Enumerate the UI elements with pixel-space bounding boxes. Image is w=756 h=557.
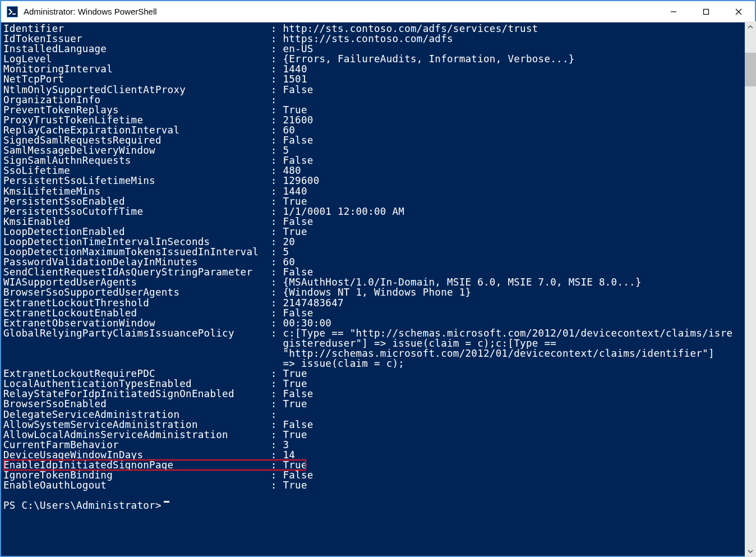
property-row: ReplayCacheExpirationInterval : 60 [3,125,755,135]
chevron-up-icon [748,24,753,30]
property-row: RelayStateForIdpInitiatedSignOnEnabled :… [3,389,755,399]
property-row: GlobalRelyingPartyClaimsIssuancePolicy :… [3,328,755,338]
property-row: EnableOauthLogout : True [3,480,755,490]
property-row: SamlMessageDeliveryWindow : 5 [3,145,755,155]
minimize-button[interactable] [657,1,690,22]
property-row: SignedSamlRequestsRequired : False [3,135,755,145]
property-row: ExtranetLockoutRequirePDC : True [3,369,755,379]
property-continuation: gistereduser"] => issue(claim = c);c:[Ty… [3,338,755,348]
property-row: NtlmOnlySupportedClientAtProxy : False [3,85,755,95]
property-row: IdTokenIssuer : https://sts.contoso.com/… [3,34,755,44]
property-row: EnableIdpInitiatedSignonPage : True [3,460,755,470]
property-row: MonitoringInterval : 1440 [3,64,755,74]
titlebar[interactable]: Administrator: Windows PowerShell [1,1,755,22]
property-row: BrowserSsoEnabled : True [3,399,755,409]
powershell-window: Administrator: Windows PowerShell Identi… [1,1,755,556]
vertical-scrollbar[interactable] [745,21,756,557]
property-row: NetTcpPort : 1501 [3,74,755,84]
prompt-line[interactable]: PS C:\Users\Administrator> [3,500,755,510]
property-row: SendClientRequestIdAsQueryStringParamete… [3,267,755,277]
terminal-output[interactable]: Identifier : http://sts.contoso.com/adfs… [1,22,755,556]
scrollbar-thumb[interactable] [745,53,756,86]
property-row: PersistentSsoCutoffTime : 1/1/0001 12:00… [3,206,755,217]
property-row: KmsiLifetimeMins : 1440 [3,186,755,196]
property-continuation: "http://schemas.microsoft.com/2012/01/de… [3,348,755,358]
property-row: PreventTokenReplays : True [3,105,755,115]
property-row: ProxyTrustTokenLifetime : 21600 [3,115,755,125]
minimize-icon [670,8,677,15]
prompt-text: PS C:\Users\Administrator> [3,500,162,510]
powershell-icon [7,6,18,17]
property-row: BrowserSsoSupportedUserAgents : {Windows… [3,287,755,297]
maximize-button[interactable] [690,1,722,22]
window-controls [657,1,755,22]
property-row: DeviceUsageWindowInDays : 14 [3,450,755,460]
property-row: SignSamlAuthnRequests : False [3,155,755,165]
property-row: InstalledLanguage : en-US [3,44,755,54]
property-row: SsoLifetime : 480 [3,165,755,176]
property-continuation: => issue(claim = c); [3,358,755,369]
property-row: LoopDetectionTimeIntervalInSeconds : 20 [3,237,755,247]
property-row: AllowLocalAdminsServiceAdministration : … [3,430,755,440]
property-row: DelegateServiceAdministration : [3,409,755,420]
property-row: PersistentSsoEnabled : True [3,196,755,206]
close-button[interactable] [722,1,755,22]
property-row: ExtranetLockoutEnabled : False [3,308,755,318]
maximize-icon [703,8,709,15]
property-row: LocalAuthenticationTypesEnabled : True [3,379,755,389]
property-row: IgnoreTokenBinding : False [3,470,755,480]
scroll-up-arrow[interactable] [745,21,756,33]
svg-rect-1 [704,9,709,14]
property-row: PersistentSsoLifetimeMins : 129600 [3,176,755,186]
property-row: LoopDetectionMaximumTokensIssuedInInterv… [3,247,755,257]
property-row: LoopDetectionEnabled : True [3,227,755,237]
chevron-down-icon [748,549,753,554]
property-row: Identifier : http://sts.contoso.com/adfs… [3,24,755,34]
cursor [164,501,169,503]
property-row: WIASupportedUserAgents : {MSAuthHost/1.0… [3,277,755,287]
property-row: ExtranetLockoutThreshold : 2147483647 [3,298,755,308]
property-row: OrganizationInfo : [3,95,755,105]
scroll-down-arrow[interactable] [745,546,756,557]
property-row: KmsiEnabled : False [3,217,755,227]
close-icon [735,8,742,15]
window-title: Administrator: Windows PowerShell [24,7,657,16]
property-row: AllowSystemServiceAdministration : False [3,420,755,430]
property-row: CurrentFarmBehavior : 3 [3,440,755,450]
property-row: LogLevel : {Errors, FailureAudits, Infor… [3,54,755,64]
property-row: ExtranetObservationWindow : 00:30:00 [3,318,755,328]
property-row: PasswordValidationDelayInMinutes : 60 [3,257,755,267]
terminal-text: Identifier : http://sts.contoso.com/adfs… [3,24,755,510]
